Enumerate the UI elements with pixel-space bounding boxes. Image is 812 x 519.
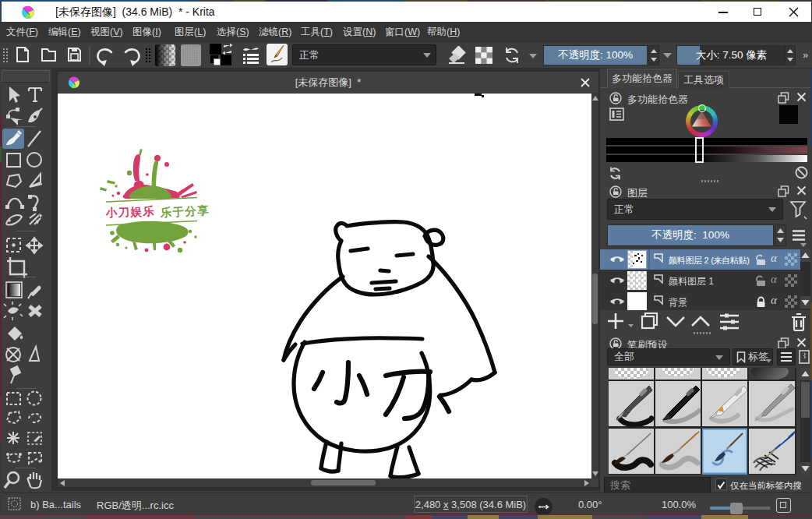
svg-text:乐于分享: 乐于分享 bbox=[159, 204, 209, 219]
svg-text:小刀娱乐: 小刀娱乐 bbox=[105, 205, 155, 219]
